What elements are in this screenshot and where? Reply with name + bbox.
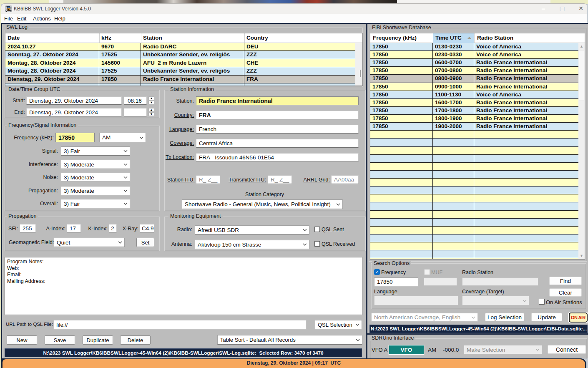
table-cell[interactable] — [370, 155, 433, 162]
table-cell[interactable] — [433, 171, 474, 178]
table-cell[interactable] — [474, 250, 578, 258]
eibi-scroll-thumb[interactable] — [579, 50, 584, 101]
table-cell[interactable] — [433, 234, 474, 242]
x-ray-field[interactable]: C4.9 — [140, 224, 154, 232]
qsl-selection-combo[interactable]: QSL Selection — [315, 320, 362, 329]
arrl-grid-field[interactable]: AA00aa — [331, 175, 359, 184]
update-button[interactable]: Update — [531, 313, 562, 321]
sdr-selection-combo[interactable]: Make Selection — [464, 345, 542, 354]
table-cell[interactable] — [474, 211, 578, 218]
overall-combo[interactable]: 3) Fair — [61, 199, 130, 208]
search-coverage-label[interactable]: Coverage (Target) — [462, 289, 504, 295]
table-row[interactable]: 178500230-0330Voice of America — [370, 51, 578, 59]
table-row[interactable]: 178500130-0230Voice of America — [370, 43, 578, 51]
table-cell[interactable]: Radio France International — [474, 107, 578, 114]
table-cell[interactable] — [370, 171, 433, 178]
table-cell[interactable]: Radio France International — [474, 83, 578, 91]
table-cell[interactable]: Montag, 28. Oktober 2024 — [5, 59, 99, 67]
table-cell[interactable] — [433, 202, 474, 210]
table-row[interactable] — [370, 171, 578, 179]
table-cell[interactable]: Dienstag, 29. Oktober 2024 — [5, 76, 99, 83]
table-cell[interactable] — [99, 83, 141, 86]
noise-combo[interactable]: 3) Moderate — [61, 173, 130, 182]
program-notes-textarea[interactable]: Program Notes: Web: Email: Mailing Addre… — [5, 257, 362, 315]
search-frequency-checkbox[interactable]: ✓ — [374, 269, 380, 275]
table-cell[interactable]: 17850 — [99, 76, 141, 83]
table-cell[interactable]: Unbekannter Sender, ev. religiös — [141, 67, 244, 75]
maximize-button[interactable]: ▢ — [556, 5, 568, 12]
a-index-field[interactable]: 17 — [67, 224, 81, 232]
table-row[interactable] — [370, 194, 578, 202]
table-cell[interactable]: AFU 2 m Runde Luzern — [141, 59, 244, 67]
swl-col-date[interactable]: Date — [8, 35, 20, 41]
table-row[interactable]: 178501800-1900Radio France International — [370, 115, 578, 123]
table-row[interactable]: Montag, 28. Oktober 2024145600AFU 2 m Ru… — [5, 59, 355, 67]
mode-combo[interactable]: AM — [99, 133, 146, 142]
table-cell[interactable]: 17525 — [99, 67, 141, 75]
end-time-field[interactable] — [124, 108, 147, 116]
table-cell[interactable]: 17850 — [370, 123, 433, 130]
delete-button[interactable]: Delete — [120, 335, 151, 345]
table-cell[interactable]: 17850 — [370, 43, 433, 50]
vfo-button[interactable]: VFO — [388, 345, 425, 355]
spin-up-icon[interactable]: ▲ — [148, 108, 154, 112]
coverage-preset-combo[interactable]: North American Coverage, English — [371, 313, 478, 322]
table-cell[interactable]: Voice of America — [474, 43, 578, 50]
table-cell[interactable] — [370, 242, 433, 250]
table-cell[interactable]: 0600-0700 — [433, 59, 474, 66]
table-cell[interactable] — [433, 163, 474, 170]
table-cell[interactable]: 17850 — [370, 83, 433, 91]
minimize-button[interactable]: – — [537, 5, 550, 12]
table-cell[interactable]: Voice of America — [474, 91, 578, 98]
table-cell[interactable]: Radio DARC — [141, 43, 244, 50]
search-muf-checkbox[interactable] — [424, 269, 430, 275]
table-cell[interactable]: 17525 — [99, 51, 141, 58]
coverage-label[interactable]: Coverage: — [164, 140, 194, 146]
table-row[interactable] — [5, 83, 355, 86]
scroll-down-icon[interactable]: ▼ — [578, 254, 585, 258]
table-cell[interactable] — [433, 242, 474, 250]
table-cell[interactable]: ZZZ — [244, 51, 355, 58]
table-cell[interactable] — [474, 179, 578, 186]
table-cell[interactable] — [433, 194, 474, 202]
table-cell[interactable]: 17850 — [370, 115, 433, 122]
on-air-stations-checkbox[interactable] — [539, 299, 545, 305]
table-cell[interactable]: Montag, 28. Oktober 2024 — [5, 67, 99, 75]
table-row[interactable]: Montag, 28. Oktober 202417525Unbekannter… — [5, 67, 355, 75]
table-row[interactable]: 178501700-1800Radio France International — [370, 107, 578, 115]
table-cell[interactable] — [370, 211, 433, 218]
search-frequency-field[interactable]: 17850 — [374, 277, 418, 286]
coverage-field[interactable]: Central Africa — [196, 139, 359, 148]
qsl-received-checkbox[interactable] — [314, 241, 320, 247]
table-cell[interactable]: Radio France International — [474, 99, 578, 106]
tx-location-field[interactable]: FRA - Issoudun 46N56-01E54 — [196, 153, 359, 162]
table-cell[interactable]: Radio France International — [474, 75, 578, 82]
menu-actions[interactable]: Actions — [30, 14, 54, 23]
table-cell[interactable] — [370, 163, 433, 170]
swl-log-table[interactable]: Date kHz Station Country 2024.10.279670R… — [5, 33, 363, 86]
set-button[interactable]: Set — [136, 238, 154, 247]
table-cell[interactable] — [474, 163, 578, 170]
table-cell[interactable] — [370, 131, 433, 138]
search-radio-station-field[interactable] — [462, 277, 538, 286]
table-cell[interactable] — [474, 147, 578, 154]
transmitter-itu-label[interactable]: Transmitter ITU: — [226, 177, 266, 183]
start-time-field[interactable]: 08:16 — [124, 96, 147, 105]
scroll-up-icon[interactable]: ▲ — [578, 44, 585, 48]
table-cell[interactable]: Radio France International — [141, 76, 244, 83]
table-row[interactable] — [370, 219, 578, 227]
table-cell[interactable]: 1900-2000 — [433, 123, 474, 130]
table-row[interactable] — [370, 163, 578, 171]
table-row[interactable]: 178500700-0800Radio France International — [370, 67, 578, 75]
table-cell[interactable] — [474, 194, 578, 202]
table-cell[interactable]: 145600 — [99, 59, 141, 67]
menu-help[interactable]: Help — [51, 14, 68, 23]
table-cell[interactable]: CHE — [244, 59, 355, 67]
eibi-table[interactable]: Frequency (kHz) Time UTC Radio Station 1… — [370, 33, 585, 260]
table-cell[interactable] — [474, 139, 578, 146]
table-cell[interactable] — [474, 234, 578, 242]
table-cell[interactable] — [5, 83, 99, 86]
table-cell[interactable]: FRA — [244, 76, 355, 83]
table-cell[interactable]: Unbekannter Sender, ev. religiös — [141, 51, 244, 58]
table-row[interactable] — [370, 179, 578, 187]
